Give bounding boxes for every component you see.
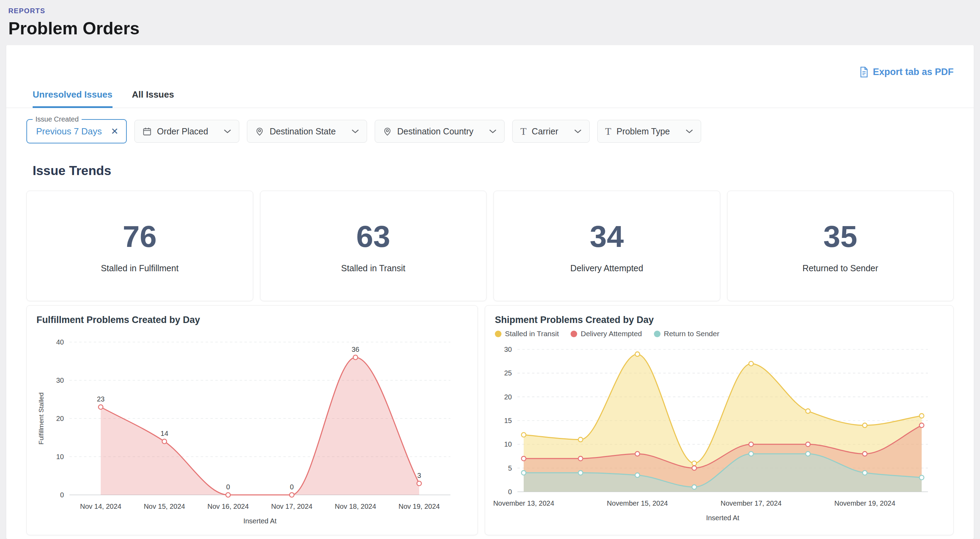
svg-text:Nov 14, 2024: Nov 14, 2024 bbox=[80, 502, 121, 510]
stat-card-delivery-attempted: 34 Delivery Attempted bbox=[493, 191, 720, 301]
filter-bar: Issue Created Previous 7 Days ✕ Order Pl… bbox=[6, 119, 974, 143]
area-chart: 010203040Nov 14, 2024Nov 15, 2024Nov 16,… bbox=[37, 328, 468, 528]
svg-text:Inserted At: Inserted At bbox=[706, 514, 739, 522]
fulfillment-problems-chart-card: Fulfillment Problems Created by Day 0102… bbox=[26, 305, 478, 535]
stats-row: 76 Stalled in Fulfillment 63 Stalled in … bbox=[6, 191, 974, 301]
svg-text:40: 40 bbox=[56, 338, 64, 346]
filter-issue-created-label: Issue Created bbox=[33, 115, 82, 123]
svg-text:25: 25 bbox=[504, 369, 512, 377]
svg-text:November 13, 2024: November 13, 2024 bbox=[493, 499, 554, 507]
stat-value: 35 bbox=[823, 219, 858, 254]
svg-text:14: 14 bbox=[161, 429, 168, 437]
export-pdf-button[interactable]: Export tab as PDF bbox=[859, 67, 954, 78]
shipment-problems-chart: 051015202530November 13, 2024November 15… bbox=[495, 341, 943, 526]
legend-dot-icon bbox=[495, 331, 501, 337]
stat-value: 63 bbox=[356, 219, 390, 254]
legend-label: Stalled in Transit bbox=[505, 329, 559, 338]
svg-text:0: 0 bbox=[290, 483, 294, 491]
fulfillment-problems-chart: 010203040Nov 14, 2024Nov 15, 2024Nov 16,… bbox=[37, 328, 468, 529]
chevron-down-icon bbox=[686, 129, 693, 134]
text-type-icon: T bbox=[605, 126, 611, 137]
filter-destination-state[interactable]: Destination State bbox=[247, 120, 367, 143]
filter-issue-created-value[interactable]: Previous 7 Days bbox=[36, 126, 102, 137]
export-pdf-label: Export tab as PDF bbox=[873, 67, 954, 78]
svg-text:Nov 16, 2024: Nov 16, 2024 bbox=[207, 502, 249, 510]
svg-text:Nov 15, 2024: Nov 15, 2024 bbox=[144, 502, 185, 510]
tab-bar: Unresolved Issues All Issues bbox=[6, 89, 974, 108]
svg-text:0: 0 bbox=[60, 491, 64, 499]
legend-item-return-to-sender[interactable]: Return to Sender bbox=[654, 329, 719, 338]
svg-text:10: 10 bbox=[504, 440, 512, 448]
section-title-issue-trends: Issue Trends bbox=[6, 164, 974, 178]
svg-text:Fulfillment Stalled: Fulfillment Stalled bbox=[38, 393, 45, 445]
filter-problem-type[interactable]: T Problem Type bbox=[597, 120, 702, 143]
svg-text:5: 5 bbox=[508, 464, 512, 472]
svg-text:November 15, 2024: November 15, 2024 bbox=[607, 499, 668, 507]
report-card: Export tab as PDF Unresolved Issues All … bbox=[6, 45, 974, 539]
svg-text:3: 3 bbox=[417, 472, 421, 479]
svg-text:0: 0 bbox=[508, 488, 512, 496]
legend-label: Return to Sender bbox=[664, 329, 719, 338]
filter-destination-state-label: Destination State bbox=[269, 126, 336, 137]
svg-text:10: 10 bbox=[56, 453, 64, 461]
svg-text:23: 23 bbox=[97, 395, 105, 403]
svg-text:Inserted At: Inserted At bbox=[243, 517, 277, 525]
chevron-down-icon bbox=[224, 129, 231, 134]
svg-text:November 19, 2024: November 19, 2024 bbox=[834, 499, 895, 507]
chart-title: Shipment Problems Created by Day bbox=[495, 315, 943, 325]
stat-card-stalled-in-fulfillment: 76 Stalled in Fulfillment bbox=[26, 191, 253, 301]
filter-destination-country[interactable]: Destination Country bbox=[375, 120, 505, 143]
legend-dot-icon bbox=[571, 331, 577, 337]
text-type-icon: T bbox=[520, 126, 527, 137]
chart-title: Fulfillment Problems Created by Day bbox=[37, 315, 468, 325]
stat-label: Stalled in Fulfillment bbox=[101, 263, 178, 273]
breadcrumb[interactable]: REPORTS bbox=[8, 7, 980, 15]
calendar-icon bbox=[142, 127, 152, 136]
filter-order-placed[interactable]: Order Placed bbox=[134, 120, 239, 143]
svg-text:15: 15 bbox=[504, 417, 512, 425]
filter-destination-country-label: Destination Country bbox=[397, 126, 474, 137]
file-pdf-icon bbox=[859, 67, 869, 78]
chevron-down-icon bbox=[352, 129, 359, 134]
svg-text:November 17, 2024: November 17, 2024 bbox=[721, 499, 782, 507]
shipment-problems-chart-card: Shipment Problems Created by Day Stalled… bbox=[485, 305, 954, 535]
svg-text:30: 30 bbox=[504, 345, 512, 353]
stat-card-stalled-in-transit: 63 Stalled in Transit bbox=[260, 191, 487, 301]
legend-item-stalled-in-transit[interactable]: Stalled in Transit bbox=[495, 329, 559, 338]
stat-label: Returned to Sender bbox=[803, 263, 878, 273]
chevron-down-icon bbox=[489, 129, 496, 134]
filter-carrier-label: Carrier bbox=[532, 126, 558, 137]
stat-value: 34 bbox=[590, 219, 624, 254]
legend-dot-icon bbox=[654, 331, 660, 337]
stat-card-returned-to-sender: 35 Returned to Sender bbox=[727, 191, 954, 301]
chart-legend: Stalled in Transit Delivery Attempted Re… bbox=[495, 329, 943, 338]
charts-row: Fulfillment Problems Created by Day 0102… bbox=[6, 305, 974, 535]
svg-text:Nov 19, 2024: Nov 19, 2024 bbox=[399, 502, 440, 510]
svg-text:Nov 17, 2024: Nov 17, 2024 bbox=[271, 502, 313, 510]
svg-text:20: 20 bbox=[56, 415, 64, 422]
filter-issue-created[interactable]: Issue Created Previous 7 Days ✕ bbox=[26, 119, 127, 143]
location-pin-icon bbox=[255, 127, 264, 136]
page-title: Problem Orders bbox=[8, 18, 980, 38]
filter-carrier[interactable]: T Carrier bbox=[512, 120, 589, 143]
chevron-down-icon bbox=[574, 129, 582, 134]
stat-label: Delivery Attempted bbox=[570, 263, 643, 273]
svg-text:30: 30 bbox=[56, 377, 64, 384]
location-pin-icon bbox=[383, 127, 392, 136]
svg-text:36: 36 bbox=[352, 345, 359, 353]
legend-label: Delivery Attempted bbox=[581, 329, 642, 338]
svg-text:0: 0 bbox=[226, 483, 230, 491]
area-chart: 051015202530November 13, 2024November 15… bbox=[495, 341, 943, 525]
filter-order-placed-label: Order Placed bbox=[157, 126, 208, 137]
svg-text:20: 20 bbox=[504, 393, 512, 401]
page-header: REPORTS Problem Orders bbox=[0, 0, 980, 45]
stat-label: Stalled in Transit bbox=[341, 263, 405, 273]
legend-item-delivery-attempted[interactable]: Delivery Attempted bbox=[571, 329, 642, 338]
stat-value: 76 bbox=[123, 219, 157, 254]
filter-problem-type-label: Problem Type bbox=[616, 126, 670, 137]
tab-all-issues[interactable]: All Issues bbox=[132, 89, 174, 108]
tab-unresolved-issues[interactable]: Unresolved Issues bbox=[33, 89, 113, 108]
close-icon[interactable]: ✕ bbox=[111, 127, 118, 136]
svg-text:Nov 18, 2024: Nov 18, 2024 bbox=[335, 502, 376, 510]
